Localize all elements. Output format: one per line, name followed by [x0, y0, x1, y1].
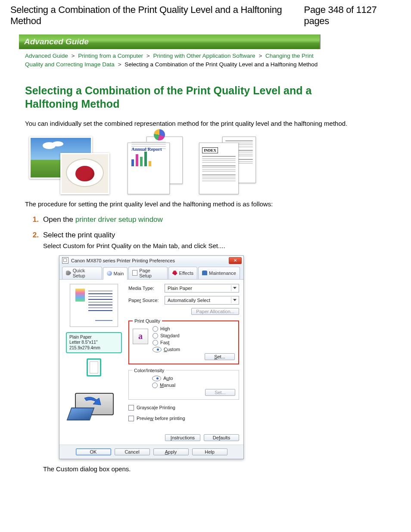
tab-label: Main — [114, 271, 124, 276]
quality-high-radio[interactable]: High — [153, 326, 235, 332]
help-button[interactable]: Help — [192, 448, 227, 455]
quality-custom-radio[interactable]: Custom — [153, 347, 235, 352]
index-title: INDEX — [202, 147, 218, 153]
breadcrumb-link-0[interactable]: Advanced Guide — [25, 53, 68, 59]
media-type-value: Plain Paper — [168, 286, 192, 291]
media-type-select[interactable]: Plain Paper — [165, 284, 239, 292]
color-auto-radio[interactable]: Auto — [152, 376, 235, 381]
checkbox-icon — [128, 405, 134, 411]
instructions-button[interactable]: Instructions — [165, 434, 200, 441]
printer-driver-link[interactable]: printer driver setup window — [75, 215, 163, 224]
breadcrumb-sep: > — [145, 53, 152, 59]
page-title-top: Selecting a Combination of the Print Qua… — [10, 4, 304, 27]
media-type-label: Media Type: — [128, 286, 162, 291]
intro-text: You can individually set the combined re… — [25, 119, 387, 128]
example-thumbnails: Annual Report INDEX — [29, 137, 402, 192]
color-set-button[interactable]: Set... — [205, 389, 235, 396]
breadcrumb-link-2[interactable]: Printing with Other Application Software — [153, 53, 255, 59]
dialog-footer: OK Cancel Apply Help — [59, 445, 243, 459]
tab-label: Effects — [179, 271, 193, 276]
checkbox-icon — [128, 416, 134, 421]
defaults-button[interactable]: Defaults — [204, 434, 239, 441]
breadcrumb-sep: > — [116, 61, 123, 68]
brush-icon — [172, 271, 177, 275]
step-2-after: The Custom dialog box opens. — [43, 465, 387, 473]
tab-label: Maintenance — [209, 271, 236, 276]
quality-preview-icon: a — [133, 329, 148, 344]
ok-button[interactable]: OK — [76, 448, 111, 455]
printing-preferences-dialog: Canon MX870 series Printer Printing Pref… — [59, 255, 244, 459]
apply-button[interactable]: Apply — [153, 448, 189, 455]
print-quality-group: Print Quality a High Standard Fast — [128, 318, 239, 364]
breadcrumb-sep: > — [70, 53, 77, 59]
guide-bar: Advanced Guide — [19, 34, 321, 49]
breadcrumb-link-1[interactable]: Printing from a Computer — [78, 53, 143, 59]
tab-effects[interactable]: Effects — [168, 267, 197, 279]
tab-label: Page Setup — [139, 268, 163, 278]
step-1: 1. Open the printer driver setup window — [30, 215, 387, 224]
page-icon — [132, 270, 137, 276]
thumb-index-pages: INDEX — [199, 137, 255, 192]
page-front-icon: INDEX — [199, 143, 239, 194]
tab-maintenance[interactable]: Maintenance — [198, 267, 240, 279]
page-front-icon: Annual Report — [128, 143, 170, 194]
tab-main[interactable]: Main — [103, 267, 128, 280]
grayscale-checkbox[interactable]: Grayscale Printing — [128, 405, 239, 411]
preview-paper-type: Plain Paper — [69, 335, 118, 340]
chevron-down-icon — [231, 297, 238, 303]
globe-icon — [107, 271, 112, 276]
preview-before-checkbox[interactable]: Preview before printing — [128, 416, 239, 421]
paper-source-label: Paper Source: — [128, 298, 162, 303]
preview-paper-size: Letter 8.5"x11" 215.9x279.4mm — [69, 340, 118, 351]
pie-chart-icon — [154, 129, 165, 140]
step-2-detail: Select Custom for Print Quality on the M… — [43, 242, 387, 249]
color-intensity-group: Color/Intensity Auto Manual Set... — [128, 368, 239, 400]
quality-fast-radio[interactable]: Fast — [153, 340, 235, 345]
step-number: 2. — [30, 231, 39, 473]
step-2: 2. Select the print quality Select Custo… — [30, 231, 387, 473]
tab-page-setup[interactable]: Page Setup — [128, 267, 167, 279]
step-number: 1. — [30, 215, 39, 224]
cancel-button[interactable]: Cancel — [115, 448, 150, 455]
paper-source-select[interactable]: Automatically Select — [165, 296, 239, 305]
dialog-titlebar: Canon MX870 series Printer Printing Pref… — [59, 256, 243, 265]
article-title: Selecting a Combination of the Print Qua… — [25, 84, 327, 111]
page-indicator: Page 348 of 1127 pages — [304, 4, 401, 27]
tab-quick-setup[interactable]: Quick Setup — [62, 267, 102, 279]
quality-standard-radio[interactable]: Standard — [153, 333, 235, 339]
color-intensity-legend: Color/Intensity — [132, 368, 166, 373]
page-preview-icon — [70, 284, 118, 327]
breadcrumb: Advanced Guide > Printing from a Compute… — [25, 52, 327, 68]
preview-label: Plain Paper Letter 8.5"x11" 215.9x279.4m… — [66, 332, 122, 354]
settings-column: Media Type: Plain Paper Paper Source: — [128, 284, 239, 441]
step-2-lead: Select the print quality — [43, 231, 387, 240]
paper-allocation-button[interactable]: Paper Allocation... — [191, 308, 239, 315]
printer-icon — [62, 257, 68, 264]
bar-chart-icon — [131, 152, 166, 166]
thumb-photos — [29, 137, 112, 192]
dialog-tabs: Quick Setup Main Page Setup Effects Main… — [59, 265, 243, 279]
annual-report-title: Annual Report — [131, 146, 166, 152]
color-manual-radio[interactable]: Manual — [152, 383, 235, 388]
procedure-intro: The procedure for setting the print qual… — [25, 200, 387, 208]
thumb-annual-report: Annual Report — [128, 137, 184, 192]
wrench-icon — [66, 271, 71, 275]
dialog-title: Canon MX870 series Printer Printing Pref… — [71, 258, 226, 263]
close-button[interactable]: ✕ — [229, 257, 242, 264]
printer-illustration-icon — [69, 382, 119, 421]
thumb-food-icon — [60, 153, 109, 194]
tab-label: Quick Setup — [73, 268, 98, 278]
step-1-lead-pre: Open the — [43, 215, 75, 224]
print-quality-legend: Print Quality — [133, 318, 162, 324]
quality-set-button[interactable]: Set... — [205, 353, 235, 360]
breadcrumb-sep: > — [257, 53, 264, 59]
preview-column: Plain Paper Letter 8.5"x11" 215.9x279.4m… — [64, 284, 124, 441]
breadcrumb-current: Selecting a Combination of the Print Qua… — [125, 61, 318, 68]
orientation-icon — [87, 358, 101, 376]
paper-source-value: Automatically Select — [168, 298, 210, 303]
chevron-down-icon — [231, 285, 238, 291]
person-icon — [202, 271, 207, 275]
